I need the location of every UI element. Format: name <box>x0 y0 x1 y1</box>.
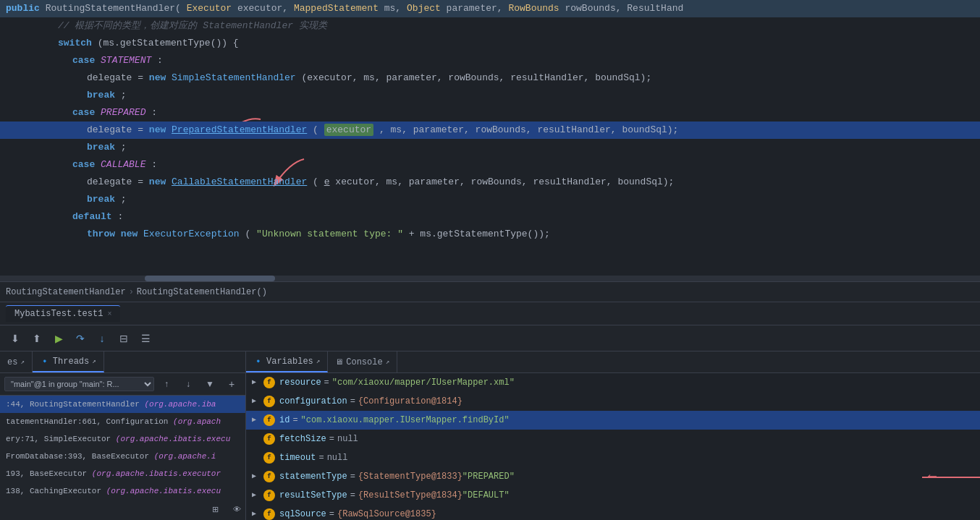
thread-item-4[interactable]: 193, BaseExecutor (org.apache.ibatis.exe… <box>0 465 245 482</box>
code-line-1: public RoutingStatementHandler( Executor… <box>0 0 980 17</box>
tab-label: MybatisTest.test1 <box>14 309 103 319</box>
tab-mybatis[interactable]: MybatisTest.test1 × <box>6 305 120 322</box>
breadcrumb-method: RoutingStatementHandler() <box>137 287 267 297</box>
var-row-statementtype[interactable]: ▶ f statementType = {StatementType@1833}… <box>246 467 980 486</box>
var-value-resultsettype: {ResultSetType@1834} <box>358 488 462 503</box>
var-value-fetchsize: null <box>337 432 358 446</box>
thread-item-1[interactable]: tatementHandler:661, Configuration (org.… <box>0 413 245 430</box>
var-name-configuration: configuration <box>279 394 347 409</box>
tab-close[interactable]: × <box>107 310 111 318</box>
var-icon-statementtype: f <box>263 471 275 482</box>
code-line-9: break ; <box>0 139 980 156</box>
console-icon: 🖥 <box>335 357 343 367</box>
panel-tab-es[interactable]: es ↗ <box>0 351 33 372</box>
code-line-14: throw new ExecutorException ( "Unknown s… <box>0 226 980 243</box>
code-line-6: break ; <box>0 87 980 104</box>
var-name-id: id <box>279 413 290 427</box>
code-line-11: delegate = new CallableStatementHandler … <box>0 174 980 191</box>
var-row-id[interactable]: ▶ f id = "com.xiaoxu.mapper.IUserMapper.… <box>246 411 980 430</box>
variables-icon: 🔹 <box>253 357 263 366</box>
var-icon-timeout: f <box>263 452 275 464</box>
var-value-configuration: {Configuration@1814} <box>358 394 462 409</box>
var-name-resource: resource <box>279 375 321 390</box>
thread-item-5[interactable]: 138, CachingExecutor (org.apache.ibatis.… <box>0 482 245 500</box>
code-editor: public RoutingStatementHandler( Executor… <box>0 0 980 282</box>
var-row-sqlsource[interactable]: ▶ f sqlSource = {RawSqlSource@1835} <box>246 505 980 520</box>
var-icon-sqlsource: f <box>263 508 275 520</box>
code-line-13: default : <box>0 208 980 226</box>
console-arrow: ↗ <box>386 358 389 366</box>
var-row-resultsettype[interactable]: ▶ f resultSetType = {ResultSetType@1834}… <box>246 486 980 505</box>
threads-tab-arrow: ↗ <box>92 357 96 365</box>
var-icon-resource: f <box>263 377 275 388</box>
red-arrow-statementtype: ← <box>928 469 937 484</box>
variables-content: ▶ f resource = "com/xiaoxu/mapper/IUserM… <box>246 373 980 520</box>
thread-add-button[interactable]: + <box>222 376 241 392</box>
var-icon-id: f <box>263 414 275 426</box>
thread-bottom-buttons: ⊞ 👁 <box>206 501 245 517</box>
var-value-sqlsource: {RawSqlSource@1835} <box>337 507 436 520</box>
threads-tab-label: Threads <box>53 357 89 367</box>
var-row-resource[interactable]: ▶ f resource = "com/xiaoxu/mapper/IUserM… <box>246 373 980 392</box>
var-icon-resultsettype: f <box>263 490 275 501</box>
es-tab-label: es <box>7 357 17 367</box>
frames-button[interactable]: ⊟ <box>114 331 133 346</box>
var-value-resource: "com/xiaoxu/mapper/IUserMapper.xml" <box>332 375 515 390</box>
thread-filter-button[interactable]: ▼ <box>200 376 219 392</box>
variables-tab-label: Variables <box>266 357 313 367</box>
var-name-timeout: timeout <box>279 451 316 465</box>
var-expand-resultsettype: ▶ <box>252 488 263 503</box>
console-tab-label: Console <box>346 357 382 367</box>
debug-toolbar: ⬇ ⬆ ▶ ↷ ↓ ⊟ ☰ <box>0 325 980 351</box>
var-row-configuration[interactable]: ▶ f configuration = {Configuration@1814} <box>246 392 980 411</box>
var-row-fetchsize[interactable]: ▶ f fetchSize = null <box>246 430 980 448</box>
var-expand-configuration: ▶ <box>252 394 263 409</box>
var-row-timeout[interactable]: ▶ f timeout = null <box>246 448 980 467</box>
variables-arrow: ↗ <box>316 357 320 365</box>
code-line-3: switch (ms.getStatementType()) { <box>0 35 980 52</box>
var-icon-configuration: f <box>263 396 275 407</box>
thread-item-3[interactable]: FromDatabase:393, BaseExecutor (org.apac… <box>0 448 245 465</box>
panel-tab-threads[interactable]: 🔹 Threads ↗ <box>33 351 104 372</box>
thread-down-button[interactable]: ↓ <box>179 376 198 392</box>
breadcrumb-class: RoutingStatementHandler <box>6 287 126 297</box>
tab-bar: MybatisTest.test1 × <box>0 302 980 325</box>
var-value-statementtype: {StatementType@1833} <box>358 469 462 484</box>
breadcrumb: RoutingStatementHandler › RoutingStateme… <box>0 282 980 302</box>
step-over-button[interactable]: ↷ <box>71 331 90 346</box>
download-button[interactable]: ⬇ <box>6 331 25 346</box>
var-value-resultsettype-str: "DEFAULT" <box>462 488 510 503</box>
thread-up-button[interactable]: ↑ <box>157 376 176 392</box>
var-expand-id: ▶ <box>252 413 263 427</box>
thread-icon-btn-2[interactable]: 👁 <box>227 501 245 517</box>
var-name-sqlsource: sqlSource <box>279 507 326 520</box>
thread-dropdown[interactable]: "main"@1 in group "main": R... <box>4 377 154 391</box>
step-into-button[interactable]: ↓ <box>93 331 111 346</box>
threads-icon: 🔹 <box>40 357 50 366</box>
h-scrollbar[interactable] <box>0 276 980 281</box>
resume-button[interactable]: ▶ <box>49 331 68 346</box>
var-value-statementtype-str: "PREPARED" <box>462 469 515 484</box>
var-name-resultsettype: resultSetType <box>279 488 347 503</box>
settings-button[interactable]: ☰ <box>136 331 155 346</box>
var-value-timeout: null <box>327 451 348 465</box>
red-line-statementtype <box>922 477 980 478</box>
code-line-10: case CALLABLE : <box>0 156 980 174</box>
panel-tab-console[interactable]: 🖥 Console ↗ <box>328 351 397 372</box>
thread-icon-btn-1[interactable]: ⊞ <box>206 501 224 517</box>
upload-button[interactable]: ⬆ <box>28 331 46 346</box>
code-line-4: case STATEMENT : <box>0 52 980 69</box>
right-panel-tabs: 🔹 Variables ↗ 🖥 Console ↗ <box>246 351 980 373</box>
code-line-8: delegate = new PreparedStatementHandler … <box>0 122 980 139</box>
bottom-panel: es ↗ 🔹 Threads ↗ "main"@1 in group "main… <box>0 351 980 520</box>
es-tab-arrow: ↗ <box>20 358 24 366</box>
var-expand-statementtype: ▶ <box>252 469 263 484</box>
thread-item-2[interactable]: ery:71, SimpleExecutor (org.apache.ibati… <box>0 430 245 448</box>
threads-panel: es ↗ 🔹 Threads ↗ "main"@1 in group "main… <box>0 351 246 520</box>
left-panel-tabs: es ↗ 🔹 Threads ↗ <box>0 351 245 373</box>
threads-toolbar: "main"@1 in group "main": R... ↑ ↓ ▼ + <box>0 373 245 396</box>
panel-tab-variables[interactable]: 🔹 Variables ↗ <box>246 351 328 372</box>
code-line-7: case PREPARED : <box>0 104 980 122</box>
thread-item-0[interactable]: :44, RoutingStatementHandler (org.apache… <box>0 396 245 413</box>
vars-panel: 🔹 Variables ↗ 🖥 Console ↗ ▶ f resource =… <box>246 351 980 520</box>
